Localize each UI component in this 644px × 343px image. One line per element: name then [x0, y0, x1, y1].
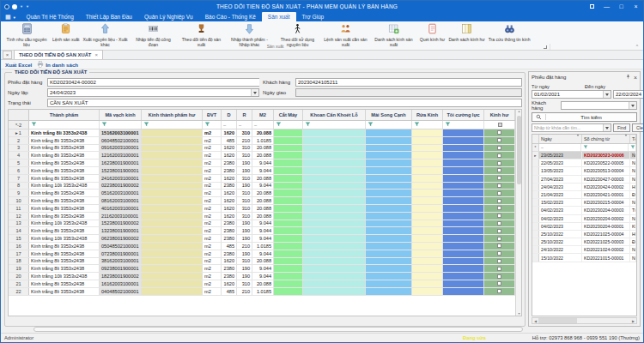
scan-broken-glass-button[interactable]: Quét kính hư: [417, 21, 447, 45]
theme-button[interactable]: [585, 1, 599, 12]
menu-tab-s-n-xu-t[interactable]: Sản xuất: [262, 12, 296, 21]
table-row[interactable]: 21Kính trắng 8li 3353x243816162003100001…: [9, 280, 515, 288]
filter-cell-mai[interactable]: [366, 121, 412, 129]
filter-cell-barcode[interactable]: [100, 121, 142, 129]
list-item[interactable]: ▸23/05/2023KD20230523-00006Ngu: [532, 152, 636, 159]
menu-tab-qu-n-l-nghi-p-v-[interactable]: Quản Lý Nghiệp Vụ: [138, 12, 199, 21]
table-row[interactable]: 19Kính trắng 8li 3353x243809238001900001…: [9, 265, 515, 273]
customer-input[interactable]: [296, 79, 521, 86]
ribbon-collapse-icon[interactable]: ^: [636, 44, 638, 49]
broken-glass-checkbox[interactable]: [497, 274, 501, 279]
column-header-catmay[interactable]: Cắt Máy: [274, 110, 303, 120]
grid-vertical-scrollbar[interactable]: ▲ ▼: [515, 110, 521, 316]
keyword-input[interactable]: [532, 124, 603, 131]
menu-tab-qu-n-tr-h-th-ng[interactable]: Quản Trị Hệ Thống: [21, 12, 80, 21]
table-row[interactable]: 10Kính trắng 8li 3353x243808162003100001…: [9, 197, 515, 205]
panel-horizontal-scrollbar[interactable]: ◀ ▶: [532, 317, 637, 324]
column-header-khoan[interactable]: Khoan Cẩn Khoét Lỗ: [303, 110, 366, 120]
panel-filter-cell-name[interactable]: [629, 144, 636, 151]
order-input[interactable]: [48, 79, 259, 86]
broken-glass-checkbox[interactable]: [497, 199, 501, 203]
column-header-r[interactable]: R: [237, 110, 252, 120]
date-input[interactable]: [48, 89, 251, 96]
stage-progress-button[interactable]: Nhập tiến độ công đoạn: [129, 21, 177, 45]
panel-column-header-doc[interactable]: Số chứng từ: [582, 135, 630, 143]
table-row[interactable]: 9Kính trắng 8li 3353x243805162003100001m…: [9, 190, 515, 197]
column-header-m2[interactable]: M2: [252, 110, 274, 120]
list-item[interactable]: 04/02/2023KD20230204-00001Kh Đ: [532, 223, 636, 231]
column-header-toi[interactable]: Tôi cường lực: [443, 110, 484, 120]
table-row[interactable]: 6Kính trắng 8li 3353x243815238001900001m…: [9, 167, 515, 175]
broken-glass-checkbox[interactable]: [497, 138, 501, 142]
table-row[interactable]: 11Kính trắng 8li 3353x243840162003100001…: [9, 205, 515, 213]
table-row[interactable]: 3Kính trắng 8li 3353x243809162003100001m…: [9, 145, 515, 153]
list-item[interactable]: 25/10/2022KD20221025-00003Đề T: [532, 238, 636, 246]
to-date-input[interactable]: [614, 91, 644, 98]
broken-glass-checkbox[interactable]: [497, 281, 501, 286]
material-demand-button[interactable]: Tính nhu cầu nguyên liệu: [3, 21, 51, 45]
orders-pending-button[interactable]: Lệnh sản xuất cần sản xuất: [321, 21, 369, 45]
table-row[interactable]: 22Kính trắng 8li 3353x243804048502100001…: [9, 288, 515, 296]
panel-filter-cell-date[interactable]: –: [539, 144, 581, 151]
filter-cell-kinhhu[interactable]: [484, 121, 515, 129]
import-product-button[interactable]: Nhập thành phẩm - Nhập khác: [225, 21, 273, 45]
scroll-down-icon[interactable]: ▼: [516, 312, 522, 316]
table-row[interactable]: 14Kính trắng 8li 3353x243813238001900001…: [9, 227, 515, 235]
material-usage-button[interactable]: Theo dõi sử dụng nguyên liệu: [273, 21, 321, 45]
table-row[interactable]: ▸1Kính trắng 8li 3353x243815162003100001…: [9, 129, 515, 137]
from-date-input[interactable]: [532, 91, 603, 98]
close-all-tabs-button[interactable]: ×: [3, 51, 12, 59]
column-header-damaged[interactable]: Kính thành phẩm hư: [142, 110, 203, 120]
table-row[interactable]: 15Kính trắng 10li 3353x24380623800190000…: [9, 235, 515, 243]
broken-glass-list-button[interactable]: Danh sách kính hư: [447, 21, 486, 45]
broken-glass-checkbox[interactable]: [497, 146, 501, 150]
list-item[interactable]: 15/10/2022KD20221015-00001Ngu: [532, 254, 636, 262]
list-item[interactable]: 04/02/2023KD20230204-00002Ngu: [532, 215, 636, 223]
application-menu-button[interactable]: ▦ ▼: [1, 14, 21, 21]
broken-glass-checkbox[interactable]: [497, 191, 501, 196]
panel-customer-dropdown-icon[interactable]: [629, 102, 636, 109]
scroll-left-icon[interactable]: ◀: [532, 319, 538, 323]
column-header-mai[interactable]: Mài Song Cạnh: [366, 110, 412, 120]
filter-cell-dvt[interactable]: [203, 121, 222, 129]
table-row[interactable]: 17Kính trắng 8li 3353x243807238001900001…: [9, 250, 515, 258]
scroll-right-icon[interactable]: ▶: [630, 319, 636, 323]
panel-filter-cell-doc[interactable]: [581, 144, 629, 151]
save-icon[interactable]: [12, 4, 17, 9]
main-horizontal-scrollbar[interactable]: [33, 327, 523, 332]
list-item[interactable]: 27/04/2023KD20230427-00003Ngu: [532, 176, 636, 184]
broken-glass-checkbox[interactable]: [497, 267, 501, 271]
list-item[interactable]: 21/04/2023KD20230421-00001Đinh: [532, 191, 636, 199]
list-item[interactable]: 24/04/2023KD20230424-00002HỮU: [532, 184, 636, 191]
date-dropdown-icon[interactable]: [251, 89, 258, 96]
status-input[interactable]: [48, 99, 521, 106]
table-row[interactable]: 20Kính trắng 10li 3353x24381823800190000…: [9, 273, 515, 280]
panel-customer-input[interactable]: [562, 102, 629, 109]
table-row[interactable]: 18Kính trắng 8li 3353x243838162003100001…: [9, 258, 515, 266]
list-item[interactable]: 13/05/2023KD20230513-00004Ngu: [532, 167, 636, 175]
tab-close-icon[interactable]: ×: [94, 52, 98, 57]
menu-tab-b-o-c-o-th-ng-k-[interactable]: Báo Cáo - Thống Kê: [199, 12, 262, 21]
pin-icon[interactable]: [625, 74, 631, 81]
broken-glass-checkbox[interactable]: [497, 237, 501, 241]
filter-cell-m2[interactable]: –: [252, 121, 274, 129]
list-item[interactable]: 22/05/2023KD20230522-00005Ngu: [532, 159, 636, 167]
glass-production-list-button[interactable]: Danh sách kính sản xuất: [369, 21, 417, 45]
broken-glass-checkbox[interactable]: [497, 168, 501, 172]
table-row[interactable]: 16Kính trắng 8li 3353x243805048502100001…: [9, 243, 515, 250]
maximize-button[interactable]: □: [614, 1, 629, 12]
filter-cell-rua[interactable]: [412, 121, 443, 129]
table-row[interactable]: 7Kính trắng 8li 3353x243824162003100001m…: [9, 175, 515, 183]
panel-close-icon[interactable]: ×: [634, 75, 637, 81]
column-header-rua[interactable]: Rửa Kính: [412, 110, 443, 120]
broken-glass-checkbox[interactable]: [497, 229, 501, 233]
broken-glass-checkbox[interactable]: [497, 221, 501, 226]
column-header-dvt[interactable]: ĐVT: [203, 110, 222, 120]
table-row[interactable]: 5Kính trắng 8li 3353x243816238001900001m…: [9, 159, 515, 167]
minimize-button[interactable]: —: [599, 1, 614, 12]
clear-button[interactable]: Clear: [632, 123, 644, 132]
table-row[interactable]: 8Kính trắng 10li 3353x243802238001900002…: [9, 183, 515, 190]
table-row[interactable]: 12Kính trắng 8li 3353x243821162003100001…: [9, 213, 515, 220]
broken-glass-checkbox[interactable]: [497, 161, 501, 165]
panel-scrollbar-thumb[interactable]: [538, 318, 577, 323]
